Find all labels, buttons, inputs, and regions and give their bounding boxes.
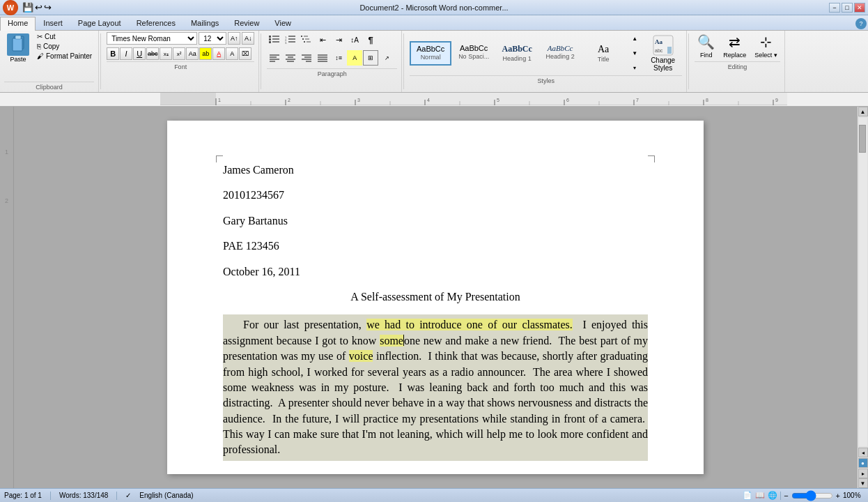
select-button[interactable]: ⊹ Select ▾: [752, 32, 780, 60]
spell-check-icon[interactable]: ✓: [125, 492, 131, 499]
change-styles-label: Change Styles: [651, 56, 675, 72]
shading-button[interactable]: A: [347, 50, 362, 66]
style-title-item[interactable]: Aa Title: [582, 41, 624, 66]
paste-button[interactable]: Paste: [4, 32, 32, 64]
cut-button[interactable]: ✂ Cut: [35, 32, 94, 41]
font-color-button[interactable]: A: [212, 47, 225, 60]
clear-format-button[interactable]: ⌧: [239, 47, 251, 60]
svg-text:8: 8: [706, 98, 708, 102]
main-area: 1 2 James Cameron 20101234567 Gary Barta…: [0, 107, 868, 488]
style-gallery-down[interactable]: ▼: [627, 47, 642, 59]
borders-button[interactable]: ⊞: [363, 50, 378, 66]
svg-rect-5: [269, 38, 271, 40]
language-info[interactable]: English (Canada): [139, 492, 193, 499]
style-gallery-more[interactable]: ▾: [627, 61, 642, 74]
cursor-text[interactable]: e: [398, 335, 404, 347]
strikethrough-button[interactable]: abc: [146, 47, 159, 60]
underline-button[interactable]: U: [133, 47, 146, 60]
replace-button[interactable]: ⇄ Replace: [720, 32, 749, 60]
svg-text:Aa: Aa: [655, 38, 662, 45]
redo-icon[interactable]: ↪: [44, 2, 52, 13]
body-paragraph[interactable]: For our last presentation, we had to int…: [223, 314, 648, 461]
view-normal-icon[interactable]: 📄: [743, 491, 752, 500]
decrease-indent-button[interactable]: ⇤: [315, 32, 330, 47]
format-painter-button[interactable]: 🖌 Format Painter: [35, 52, 94, 61]
font-name-select[interactable]: Times New Roman: [107, 32, 197, 45]
tab-pagelayout[interactable]: Page Layout: [70, 17, 129, 30]
scroll-thumb[interactable]: [859, 125, 866, 153]
zoom-bar: 📄 📖 🌐 − + 100%: [743, 491, 864, 500]
shrink-font-button[interactable]: A↓: [242, 32, 254, 45]
zoom-slider[interactable]: [791, 493, 833, 499]
bullets-button[interactable]: [267, 32, 282, 47]
select-browse-button[interactable]: ●: [858, 458, 868, 468]
style-nospace-item[interactable]: AaBbCc No Spaci...: [453, 41, 495, 66]
scroll-down-button[interactable]: ▼: [858, 478, 868, 488]
increase-indent-button[interactable]: ⇥: [331, 32, 346, 47]
bold-button[interactable]: B: [107, 47, 119, 60]
multilevel-list-button[interactable]: [299, 32, 314, 47]
close-button[interactable]: ✕: [854, 3, 865, 13]
scroll-up-button[interactable]: ▲: [858, 107, 868, 116]
vertical-scrollbar[interactable]: ▲ ◂ ● ▸ ▼: [857, 107, 868, 488]
align-center-button[interactable]: [283, 50, 298, 66]
numbering-button[interactable]: 1.2.3.: [283, 32, 298, 47]
maximize-button[interactable]: □: [842, 3, 853, 13]
doc-instructor-line: Gary Bartanus: [223, 213, 648, 229]
help-icon[interactable]: ?: [855, 18, 867, 29]
style-gallery-up[interactable]: ▲: [627, 32, 642, 45]
next-page-button[interactable]: ▸: [858, 469, 868, 478]
divider-2: [261, 33, 261, 89]
zoom-level[interactable]: 100%: [843, 492, 864, 499]
svg-text:3.: 3.: [285, 41, 287, 45]
replace-icon: ⇄: [729, 33, 741, 50]
instructor-name: Gary Bartanus: [223, 215, 288, 227]
show-formatting-button[interactable]: ¶: [363, 32, 378, 47]
grow-font-button[interactable]: A↑: [228, 32, 240, 45]
italic-button[interactable]: I: [120, 47, 132, 60]
tab-view[interactable]: View: [267, 17, 299, 30]
tab-review[interactable]: Review: [226, 17, 267, 30]
status-left: Page: 1 of 1 Words: 133/148 ✓ English (C…: [4, 492, 194, 500]
change-styles-button[interactable]: Aa abc Change Styles: [644, 33, 682, 73]
find-button[interactable]: 🔍 Find: [695, 32, 718, 60]
save-icon[interactable]: 💾: [22, 2, 33, 13]
subscript-button[interactable]: x₂: [160, 47, 172, 60]
office-button[interactable]: W: [3, 0, 18, 15]
divider-3: [403, 33, 404, 89]
zoom-out-button[interactable]: −: [784, 492, 788, 500]
zoom-in-button[interactable]: +: [836, 492, 840, 500]
tab-references[interactable]: References: [129, 17, 183, 30]
sort-button[interactable]: ↕A: [347, 32, 362, 47]
scroll-track[interactable]: [859, 118, 867, 446]
svg-rect-15: [301, 36, 302, 37]
line-spacing-button[interactable]: ↕≡: [331, 50, 346, 66]
style-heading2-item[interactable]: AaBbCc Heading 2: [539, 41, 581, 66]
document-body[interactable]: For our last presentation, we had to int…: [223, 314, 648, 461]
tab-insert[interactable]: Insert: [36, 17, 70, 30]
style-normal-item[interactable]: AaBbCc Normal: [410, 41, 451, 66]
undo-icon[interactable]: ↩: [35, 2, 42, 13]
ribbon-content: Paste ✂ Cut ⎘ Copy 🖌 Format Painter: [0, 31, 868, 92]
corner-mark-tr: [648, 155, 655, 162]
font-size-select[interactable]: 12: [199, 32, 226, 45]
change-case-button[interactable]: Aa: [186, 47, 199, 60]
superscript-button[interactable]: x²: [173, 47, 185, 60]
minimize-button[interactable]: −: [829, 3, 840, 13]
view-web-icon[interactable]: 🌐: [768, 491, 777, 500]
view-reading-icon[interactable]: 📖: [755, 491, 765, 500]
align-left-button[interactable]: [267, 50, 282, 66]
justify-button[interactable]: [315, 50, 330, 66]
text-effects-button[interactable]: A: [226, 47, 238, 60]
style-heading2-preview: AaBbCc: [544, 44, 576, 52]
document-area[interactable]: James Cameron 20101234567 Gary Bartanus …: [14, 107, 857, 488]
align-right-button[interactable]: [299, 50, 314, 66]
style-heading1-item[interactable]: AaBbCc Heading 1: [496, 41, 538, 66]
copy-button[interactable]: ⎘ Copy: [35, 42, 94, 51]
svg-rect-17: [302, 38, 304, 40]
prev-page-button[interactable]: ◂: [858, 448, 868, 457]
para-dialog-button[interactable]: ↗: [379, 50, 394, 66]
highlight-color-button[interactable]: ab: [199, 47, 212, 60]
tab-mailings[interactable]: Mailings: [183, 17, 226, 30]
tab-home[interactable]: Home: [0, 17, 36, 31]
